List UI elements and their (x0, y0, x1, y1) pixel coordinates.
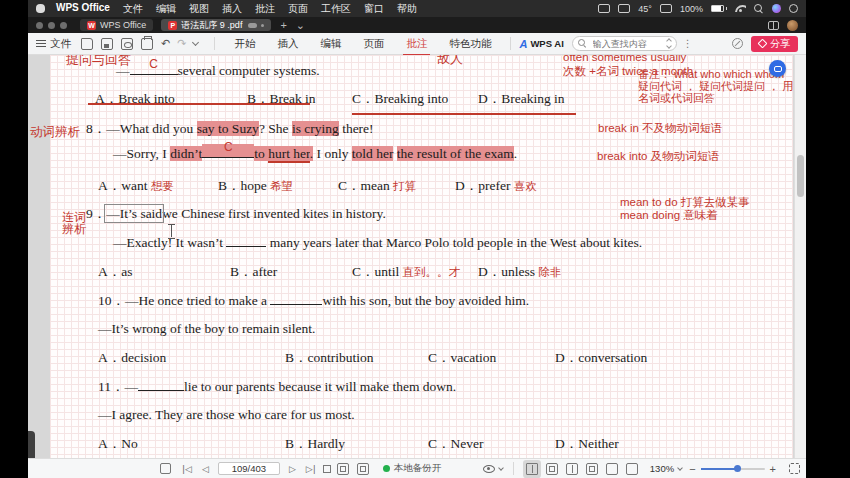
split-view-icon[interactable] (768, 21, 779, 30)
crop-view-icon[interactable] (606, 463, 618, 475)
apple-icon[interactable] (36, 4, 45, 13)
doc-text-segment: 10．—He once tried to make a (98, 293, 270, 308)
menubar-item-4[interactable]: 插入 (222, 2, 242, 16)
ribbon-tab-开始[interactable]: 开始 (234, 37, 255, 51)
screenshot-icon[interactable] (618, 4, 630, 13)
page-number-input[interactable]: 109/403 (218, 462, 280, 475)
new-tab-button[interactable]: + (280, 19, 286, 31)
undo-icon[interactable]: ↶ (161, 37, 170, 50)
tab-home[interactable]: W WPS Office (80, 19, 153, 31)
doc-text-segment: B．after (230, 264, 277, 279)
backup-status-label[interactable]: 本地备份开 (394, 462, 442, 475)
menubar-item-5[interactable]: 批注 (255, 2, 275, 16)
zoom-out-button[interactable]: − (689, 463, 695, 475)
doc-text-line: 9．—It’s saidwe Chinese first invented ki… (86, 204, 386, 224)
doc-text-segment: lie to our parents because it will make … (184, 379, 456, 394)
menubar-item-2[interactable]: 编辑 (156, 2, 176, 16)
zoom-in-button[interactable]: + (770, 463, 776, 475)
ribbon-tab-页面[interactable]: 页面 (363, 37, 384, 51)
vertical-scrollbar[interactable] (794, 55, 806, 458)
toolbar: 文件 ↶ ↷ 开始插入编辑页面批注特色功能 A WPS AI ⋮ 分享 (28, 33, 806, 55)
more-options-icon[interactable]: ⋮ (683, 38, 693, 49)
close-window-button[interactable] (36, 22, 43, 29)
share-button[interactable]: 分享 (751, 36, 798, 52)
tab-list-dropdown[interactable]: ⌄ (296, 19, 305, 32)
doc-text-segment: B．contribution (285, 350, 374, 365)
zoom-window-button[interactable] (60, 22, 67, 29)
doc-text-line: A．Break into (95, 89, 175, 109)
handwritten-answer: C (149, 58, 158, 70)
doc-text-segment: A．as (98, 264, 133, 279)
menubar-item-0[interactable]: WPS Office (56, 2, 110, 16)
do-not-disturb-icon[interactable] (732, 38, 743, 49)
next-page-button[interactable]: ▷ (289, 464, 296, 474)
menubar-item-7[interactable]: 工作区 (321, 2, 351, 16)
bookmark-view-icon[interactable] (626, 463, 638, 475)
doc-text-line: C．Never (428, 434, 483, 454)
eye-protection-icon[interactable] (483, 465, 495, 473)
ribbon-tab-插入[interactable]: 插入 (277, 37, 298, 51)
search-input[interactable] (591, 38, 651, 50)
doc-text-line: C．mean 打算 (338, 176, 416, 196)
print-icon[interactable] (141, 38, 153, 50)
menu-icon[interactable] (36, 40, 46, 47)
wifi-icon[interactable] (735, 5, 746, 12)
single-page-icon[interactable] (546, 463, 558, 475)
menubar-item-3[interactable]: 视图 (189, 2, 209, 16)
menubar-item-9[interactable]: 帮助 (397, 2, 417, 16)
find-prev-next[interactable] (667, 39, 671, 48)
minimize-window-button[interactable] (48, 22, 55, 29)
fullscreen-icon[interactable] (789, 463, 800, 474)
file-menu-button[interactable]: 文件 (50, 37, 71, 51)
doc-text-line: D．unless 除非 (478, 262, 561, 282)
open-icon[interactable] (81, 38, 93, 50)
print-preview-icon[interactable] (121, 38, 133, 50)
ribbon-tab-特色功能[interactable]: 特色功能 (449, 37, 491, 51)
temperature-status: 45° (638, 4, 652, 14)
doc-text-segment: D．unless (478, 264, 535, 279)
tab-document[interactable]: P 语法乱序 9 .pdf (161, 19, 271, 31)
sidebar-collapse-handle[interactable] (28, 431, 35, 458)
input-source-icon[interactable] (598, 4, 610, 13)
two-page-icon[interactable] (566, 463, 578, 475)
play-mode-icon[interactable] (357, 463, 369, 475)
doc-text-segment: C．mean (338, 178, 390, 193)
ribbon-tab-批注[interactable]: 批注 (406, 37, 427, 51)
spotlight-icon[interactable] (754, 4, 764, 14)
ribbon-tab-编辑[interactable]: 编辑 (320, 37, 341, 51)
page-thumbnail-icon[interactable] (160, 463, 171, 474)
zoom-slider[interactable] (701, 468, 765, 470)
document-area[interactable]: 提问与回答敌人often sometimes usually次数 +名词 twi… (28, 55, 806, 458)
history-dropdown-icon[interactable] (192, 39, 199, 46)
fit-width-icon[interactable] (526, 463, 538, 475)
app-status-icon[interactable] (660, 4, 672, 13)
zoom-level-label[interactable]: 130% (650, 463, 674, 474)
doc-text-line: 8．—What did you say to Suzy? She is cryi… (86, 119, 374, 139)
last-page-button[interactable]: ▷| (306, 464, 316, 474)
fit-page-icon[interactable] (586, 463, 598, 475)
user-avatar[interactable] (787, 20, 798, 31)
first-page-button[interactable]: |◁ (182, 464, 192, 474)
ink-annotation: 敌人 (437, 55, 463, 66)
ink-annotation: break into 及物动词短语 (597, 150, 720, 163)
scrollbar-thumb[interactable] (797, 155, 804, 197)
menubar-item-1[interactable]: 文件 (123, 2, 143, 16)
zoom-dropdown-icon[interactable] (677, 465, 683, 471)
highlighted-text: is crying (292, 121, 339, 136)
assistant-floating-button[interactable] (769, 60, 786, 77)
doc-text-line: C．Breaking into (352, 89, 448, 109)
pdf-file-icon: P (168, 21, 177, 30)
eye-dropdown-icon[interactable] (498, 465, 504, 471)
save-icon[interactable] (101, 38, 113, 50)
zoom-slider-knob[interactable] (734, 465, 741, 472)
menubar-item-8[interactable]: 窗口 (364, 2, 384, 16)
control-center-icon[interactable] (789, 4, 798, 13)
wps-ai-button[interactable]: WPS AI (530, 38, 563, 49)
ink-annotation: mean to do 打算去做某事 (620, 196, 750, 209)
menubar-item-6[interactable]: 页面 (288, 2, 308, 16)
prev-page-button[interactable]: ◁ (202, 464, 209, 474)
ribbon-tabs: 开始插入编辑页面批注特色功能 (223, 37, 502, 51)
redo-icon[interactable]: ↷ (177, 37, 186, 50)
siri-icon[interactable] (772, 4, 781, 13)
auto-scroll-icon[interactable] (337, 463, 349, 475)
